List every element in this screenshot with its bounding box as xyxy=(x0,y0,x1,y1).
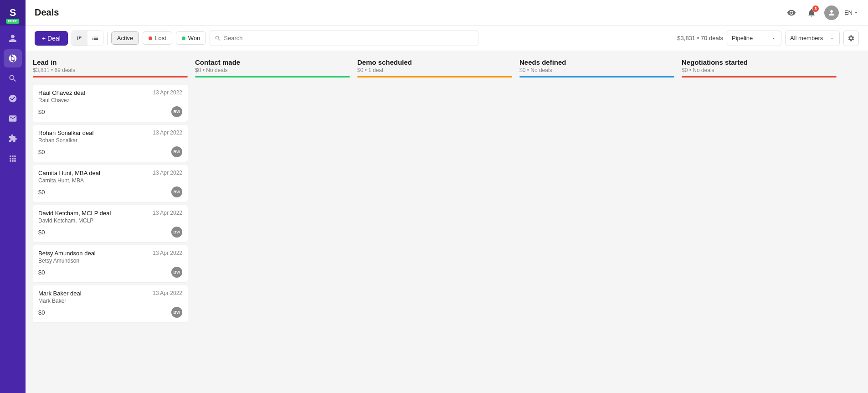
deal-avatar: BW xyxy=(171,267,182,278)
filter-won-button[interactable]: Won xyxy=(176,31,206,45)
settings-button[interactable] xyxy=(843,31,859,46)
column-title-needs-defined: Needs defined xyxy=(519,58,674,66)
kanban-view-button[interactable] xyxy=(72,31,87,46)
column-bar-contact-made xyxy=(195,76,350,78)
grid-icon xyxy=(8,154,17,163)
deal-date: 13 Apr 2022 xyxy=(153,250,182,256)
avatar-icon xyxy=(827,9,836,17)
view-toggle xyxy=(72,31,103,46)
sidebar-item-mail[interactable] xyxy=(4,109,22,128)
deal-contact: Carnita Hunt, MBA xyxy=(38,177,182,184)
column-bar-lead-in xyxy=(33,76,188,78)
column-meta-contact-made: $0 • No deals xyxy=(195,67,350,73)
main-content: Deals 3 EN + Deal xyxy=(26,0,868,393)
column-title-negotiations-started: Negotiations started xyxy=(682,58,837,66)
search-input[interactable] xyxy=(224,35,473,41)
toolbar-divider xyxy=(107,32,108,45)
table-row[interactable]: Rohan Sonalkar deal13 Apr 2022Rohan Sona… xyxy=(33,125,188,162)
deal-name: Carnita Hunt, MBA deal xyxy=(38,170,100,176)
search-sidebar-icon xyxy=(8,74,17,83)
column-negotiations-started: Negotiations started$0 • No deals xyxy=(682,58,837,386)
search-icon xyxy=(215,35,221,41)
logo-text: S xyxy=(10,7,16,19)
deal-avatar: BW xyxy=(171,227,182,238)
list-icon xyxy=(92,35,99,42)
column-header-demo-scheduled: Demo scheduled$0 • 1 deal xyxy=(357,58,512,81)
gear-icon xyxy=(847,35,855,42)
sidebar-item-apps[interactable] xyxy=(4,150,22,168)
column-header-contact-made: Contact made$0 • No deals xyxy=(195,58,350,81)
recording-button[interactable] xyxy=(784,5,799,20)
deal-name: Rohan Sonalkar deal xyxy=(38,129,93,136)
sidebar-item-deals[interactable] xyxy=(4,49,22,67)
table-row[interactable]: Mark Baker deal13 Apr 2022Mark Baker$0BW xyxy=(33,285,188,323)
deal-name: Mark Baker deal xyxy=(38,290,82,297)
column-lead-in: Lead in$3,831 • 69 dealsRaul Chavez deal… xyxy=(33,58,188,386)
user-avatar[interactable] xyxy=(824,5,839,20)
deal-avatar: BW xyxy=(171,307,182,318)
person-icon xyxy=(8,34,17,43)
notification-badge: 3 xyxy=(812,5,819,12)
sidebar-item-plugins[interactable] xyxy=(4,129,22,148)
toolbar-right: $3,831 • 70 deals Pipeline All members xyxy=(677,31,859,46)
table-row[interactable]: Raul Chavez deal13 Apr 2022Raul Chavez$0… xyxy=(33,85,188,122)
add-deal-button[interactable]: + Deal xyxy=(35,31,68,46)
column-header-negotiations-started: Negotiations started$0 • No deals xyxy=(682,58,837,81)
column-bar-needs-defined xyxy=(519,76,674,78)
camera-icon xyxy=(787,8,796,17)
pipeline-selector[interactable]: Pipeline xyxy=(727,31,781,46)
deal-amount: $0 xyxy=(38,269,45,276)
column-title-contact-made: Contact made xyxy=(195,58,350,66)
filter-active-button[interactable]: Active xyxy=(111,31,139,45)
sidebar-logo[interactable]: S FREE xyxy=(0,0,26,26)
mail-icon xyxy=(8,114,17,123)
deal-contact: David Ketcham, MCLP xyxy=(38,217,182,224)
column-needs-defined: Needs defined$0 • No deals xyxy=(519,58,674,386)
sidebar-nav xyxy=(0,26,26,168)
toolbar: + Deal Active Lost Won $3,831 • 70 deals xyxy=(26,26,868,51)
column-header-needs-defined: Needs defined$0 • No deals xyxy=(519,58,674,81)
column-header-lead-in: Lead in$3,831 • 69 deals xyxy=(33,58,188,81)
column-meta-lead-in: $3,831 • 69 deals xyxy=(33,67,188,73)
sidebar: S FREE xyxy=(0,0,26,393)
search-box xyxy=(210,31,478,46)
deal-avatar: BW xyxy=(171,106,182,117)
column-meta-needs-defined: $0 • No deals xyxy=(519,67,674,73)
page-title: Deals xyxy=(35,7,59,18)
list-view-button[interactable] xyxy=(87,31,103,46)
members-chevron-icon xyxy=(829,36,835,41)
sidebar-item-contacts[interactable] xyxy=(4,29,22,47)
deal-amount: $0 xyxy=(38,109,45,115)
sidebar-item-tasks[interactable] xyxy=(4,89,22,108)
deal-amount: $0 xyxy=(38,309,45,316)
filter-lost-button[interactable]: Lost xyxy=(143,31,172,45)
deals-summary: $3,831 • 70 deals xyxy=(677,35,723,41)
deal-amount: $0 xyxy=(38,229,45,236)
notification-button[interactable]: 3 xyxy=(804,5,819,20)
sidebar-item-search[interactable] xyxy=(4,69,22,88)
deal-date: 13 Apr 2022 xyxy=(153,170,182,176)
column-title-lead-in: Lead in xyxy=(33,58,188,66)
column-contact-made: Contact made$0 • No deals xyxy=(195,58,350,386)
puzzle-icon xyxy=(8,134,17,143)
deal-avatar: BW xyxy=(171,186,182,197)
kanban-icon xyxy=(76,35,83,42)
top-header: Deals 3 EN xyxy=(26,0,868,26)
deal-contact: Mark Baker xyxy=(38,298,182,304)
kanban-board: Lead in$3,831 • 69 dealsRaul Chavez deal… xyxy=(26,51,868,393)
column-meta-negotiations-started: $0 • No deals xyxy=(682,67,837,73)
header-right: 3 EN xyxy=(784,5,859,20)
table-row[interactable]: Betsy Amundson deal13 Apr 2022Betsy Amun… xyxy=(33,245,188,283)
deal-date: 13 Apr 2022 xyxy=(153,129,182,136)
column-meta-demo-scheduled: $0 • 1 deal xyxy=(357,67,512,73)
language-selector[interactable]: EN xyxy=(844,9,859,16)
members-selector[interactable]: All members xyxy=(785,31,840,46)
deal-date: 13 Apr 2022 xyxy=(153,290,182,296)
table-row[interactable]: David Ketcham, MCLP deal13 Apr 2022David… xyxy=(33,205,188,243)
check-circle-icon xyxy=(8,94,17,103)
table-row[interactable]: Carnita Hunt, MBA deal13 Apr 2022Carnita… xyxy=(33,165,188,202)
column-demo-scheduled: Demo scheduled$0 • 1 deal xyxy=(357,58,512,386)
deal-name: David Ketcham, MCLP deal xyxy=(38,210,111,217)
deal-date: 13 Apr 2022 xyxy=(153,210,182,216)
deal-amount: $0 xyxy=(38,149,45,155)
